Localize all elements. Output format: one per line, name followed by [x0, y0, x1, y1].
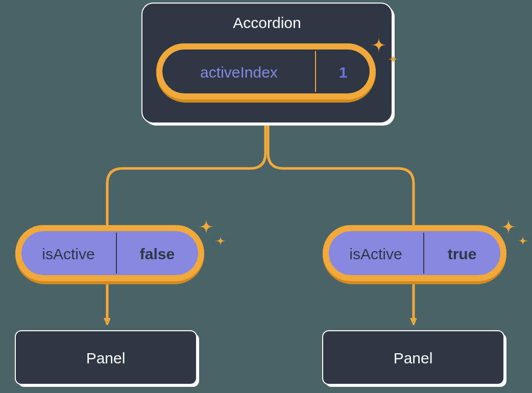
parent-state-label: activeIndex [200, 64, 278, 81]
connector-right [268, 125, 414, 225]
sparkle-icon [198, 218, 214, 235]
child-1-title: Panel [394, 350, 433, 366]
child-0: isActive false Panel [15, 218, 226, 387]
sparkle-icon [215, 236, 226, 247]
child-0-prop-label: isActive [42, 245, 94, 262]
parent-title: Accordion [233, 14, 301, 31]
child-1-prop-label: isActive [349, 245, 402, 262]
parent-component-box: Accordion activeIndex 1 [142, 3, 398, 126]
sparkle-icon [500, 218, 517, 235]
sparkle-icon [518, 236, 528, 247]
diagram-root: Accordion activeIndex 1 isActive false [0, 0, 532, 393]
child-0-prop-value: false [140, 245, 175, 262]
child-0-title: Panel [86, 350, 126, 366]
parent-state-pill: activeIndex 1 [156, 43, 376, 103]
connector-left [107, 125, 265, 225]
child-1-prop-value: true [448, 245, 477, 262]
child-0-prop-pill: isActive false [15, 225, 204, 284]
child-1-prop-pill: isActive true [323, 225, 506, 284]
child-1: isActive true Panel [323, 218, 528, 387]
parent-state-value: 1 [339, 64, 348, 81]
